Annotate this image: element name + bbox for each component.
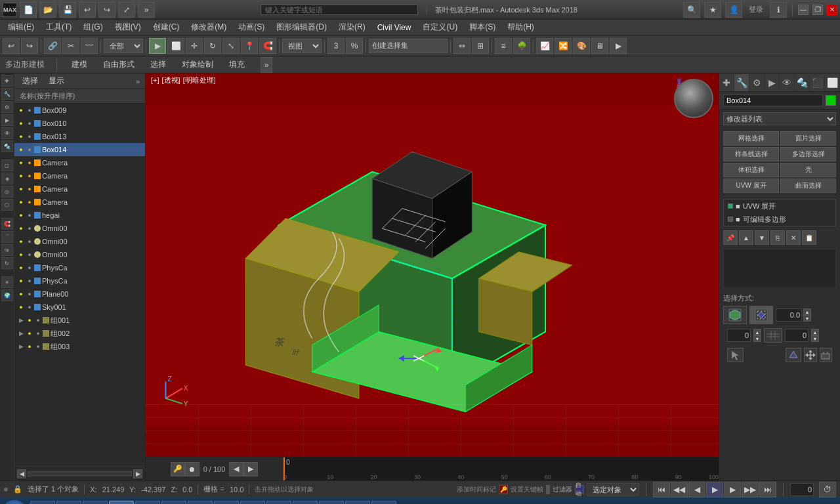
num-input-1[interactable] [776, 308, 802, 322]
select-region-btn[interactable]: ⬜ [167, 38, 184, 54]
panel-expand-btn[interactable]: » [136, 77, 140, 85]
menu-modifier[interactable]: 修改器(M) [186, 20, 232, 34]
schematic-btn[interactable]: 🔀 [555, 38, 572, 54]
spin-icon[interactable]: ↻ [1, 257, 13, 269]
undo-btn[interactable]: ↩ [3, 38, 20, 54]
keyframe-track[interactable] [546, 485, 550, 494]
rp-tab-utils[interactable]: 🔩 [795, 74, 810, 91]
redo-tb-btn[interactable]: ↪ [98, 2, 116, 18]
grid-btn[interactable] [764, 328, 782, 343]
scene-item[interactable]: ● ● Omni00 [14, 222, 145, 235]
menu-graph-editor[interactable]: 图形编辑器(D) [271, 20, 332, 34]
btn-vol-sel[interactable]: 体积选择 [723, 163, 779, 177]
sel-filter-dropdown[interactable]: 选定对象 [587, 483, 639, 496]
open-btn[interactable]: 📂 [39, 2, 56, 18]
align-btn[interactable]: ⊞ [472, 38, 489, 54]
unlink-btn[interactable]: ✂ [62, 38, 79, 54]
vp-tag1[interactable]: [+] [151, 76, 159, 84]
scene-item[interactable]: ● ● Camera [14, 182, 145, 196]
scale-btn[interactable]: ⤡ [222, 38, 240, 54]
scroll-right-btn[interactable]: ▶ [133, 469, 142, 478]
select-btn-1[interactable] [723, 306, 747, 324]
spin3-dn[interactable]: ▼ [811, 335, 819, 342]
pb-prev-frame[interactable]: ◀ [688, 482, 705, 497]
task-chart[interactable]: 📊 [293, 501, 318, 504]
pb-next-key[interactable]: ▶▶ [742, 482, 759, 497]
scene-item[interactable]: ▶ ● ● 组001 [14, 314, 145, 327]
spin-up-btn[interactable]: ▲ [803, 308, 811, 315]
pb-next-end[interactable]: ⏭ [759, 482, 776, 497]
task-maxapp[interactable]: 🎮 [30, 501, 55, 504]
percent-btn[interactable]: % [346, 38, 363, 54]
mode-expand[interactable]: » [261, 57, 272, 73]
mode-objpaint[interactable]: 对象绘制 [179, 58, 216, 72]
btn-surf-sel[interactable]: 曲面选择 [780, 178, 836, 193]
rp-tab-hierarchy[interactable]: ⚙ [749, 74, 765, 91]
redo-btn[interactable]: ↪ [21, 38, 38, 54]
extra-sel-btn[interactable] [786, 348, 802, 362]
start-btn[interactable] [3, 500, 26, 504]
named-sel-input[interactable] [369, 39, 448, 53]
new-btn[interactable]: 📄 [20, 2, 37, 18]
task-circle[interactable]: 🔵 [135, 501, 160, 504]
scene-item[interactable]: ● ● PhysCa [14, 261, 145, 274]
select-btn-2[interactable] [749, 306, 773, 324]
scroll-left-btn[interactable]: ◀ [17, 469, 26, 478]
btn-mesh-sel[interactable]: 网格选择 [723, 131, 779, 146]
menu-civil-view[interactable]: Civil View [372, 22, 417, 33]
task-settings[interactable]: ⚙ [56, 501, 81, 504]
nav-sphere[interactable] [674, 79, 713, 118]
tl-marker[interactable] [284, 457, 285, 480]
spin3-up[interactable]: ▲ [811, 329, 819, 335]
num-input-2[interactable] [727, 329, 751, 342]
scene-item[interactable]: ● ● PhysCa [14, 274, 145, 287]
mat-editor-btn[interactable]: 🎨 [573, 38, 590, 54]
info-btn[interactable]: ℹ [770, 2, 787, 18]
menu-group[interactable]: 组(G) [78, 20, 108, 34]
tool-move-dn-btn[interactable]: ▼ [755, 230, 769, 245]
scene-sel1[interactable]: ◻ [1, 159, 13, 171]
mode-fill[interactable]: 填充 [226, 58, 247, 72]
rp-tab-extra1[interactable]: ⬛ [810, 74, 825, 91]
menu-help[interactable]: 帮助(H) [502, 20, 539, 34]
scene-item[interactable]: ● ● Camera [14, 156, 145, 169]
task-folder[interactable]: 📁 [161, 501, 186, 504]
hierarchy-icon[interactable]: ⚙ [1, 101, 13, 113]
scene-item-selected[interactable]: ● ● Box014 [14, 143, 145, 156]
menu-view[interactable]: 视图(V) [110, 20, 146, 34]
create-icon[interactable]: ✚ [1, 75, 13, 87]
rp-tab-display[interactable]: 👁 [780, 74, 795, 91]
curve-editor-btn[interactable]: 📈 [536, 38, 553, 54]
menu-tools[interactable]: 工具(T) [41, 20, 77, 34]
scene-item[interactable]: ● ● Sky001 [14, 301, 145, 314]
scene-sel4[interactable]: ⬡ [1, 199, 13, 211]
menu-create[interactable]: 创建(C) [148, 20, 185, 34]
scene-item[interactable]: ● ● Omni00 [14, 248, 145, 261]
utilities-icon[interactable]: 🔩 [1, 140, 13, 152]
btn-poly-sel[interactable]: 多边形选择 [780, 147, 836, 161]
snap-icon[interactable]: 🧲 [1, 218, 13, 230]
modifier-list-dropdown[interactable]: 修改器列表 [723, 112, 836, 125]
move-btn-rp[interactable] [804, 348, 816, 362]
selection-filter-dropdown[interactable]: 全部 [104, 39, 143, 53]
menu-render[interactable]: 渲染(R) [333, 20, 371, 34]
task-music1[interactable]: 🎵 [188, 501, 213, 504]
tl-key-btn[interactable]: 🔑 [171, 462, 185, 476]
modify-icon[interactable]: 🔧 [1, 88, 13, 100]
user-btn[interactable]: 👤 [725, 2, 742, 18]
scene-item[interactable]: ● ● Plane00 [14, 287, 145, 301]
rp-tab-extra2[interactable]: ⬜ [825, 74, 840, 91]
move-btn[interactable]: ✛ [186, 38, 203, 54]
add-keyframe-btn[interactable]: 添加时间标记 [457, 485, 496, 494]
mirror-btn[interactable]: ⇔ [453, 38, 471, 54]
btn-patch-sel[interactable]: 面片选择 [780, 131, 836, 146]
render-setup-btn[interactable]: 🖥 [591, 38, 608, 54]
cursor-btn[interactable] [727, 348, 744, 362]
bind-space-warp-btn[interactable]: 〰 [81, 38, 98, 54]
task-globe[interactable]: 🌐 [240, 501, 265, 504]
frame-input[interactable] [790, 483, 814, 496]
save-btn[interactable]: 💾 [59, 2, 76, 18]
tool-copy-btn[interactable]: ⎘ [770, 230, 785, 245]
task-bird[interactable]: 🐦 [83, 501, 108, 504]
panel-select-btn[interactable]: 选择 [20, 75, 41, 87]
